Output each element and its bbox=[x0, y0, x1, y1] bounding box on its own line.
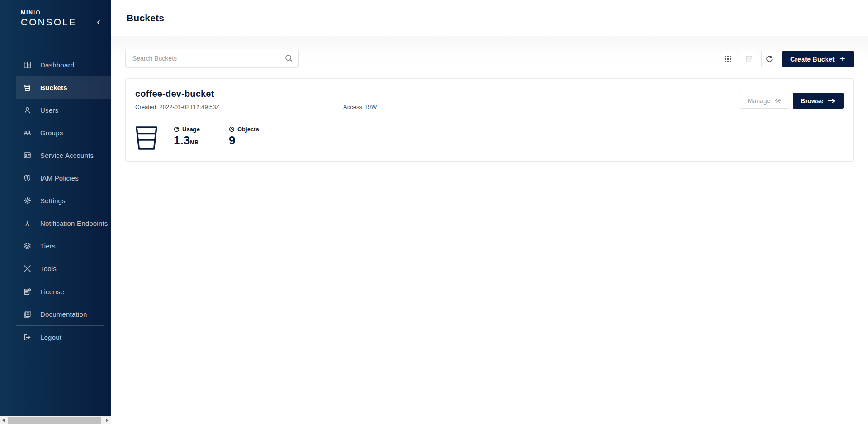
bucket-card: coffee-dev-bucket Created: 2022-01-02T12… bbox=[125, 78, 854, 162]
objects-icon bbox=[229, 126, 235, 132]
objects-label-row: Objects bbox=[229, 126, 268, 133]
objects-label: Objects bbox=[237, 126, 259, 133]
sidebar-item-tools[interactable]: Tools bbox=[16, 257, 111, 280]
settings-icon bbox=[24, 197, 31, 205]
sidebar-item-logout[interactable]: Logout bbox=[16, 326, 111, 348]
sidebar-item-label: IAM Policies bbox=[40, 174, 79, 182]
sidebar-brand-row: MINIO CONSOLE ‹ bbox=[0, 0, 111, 53]
documentation-icon bbox=[24, 310, 31, 318]
sidebar-item-notification-endpoints[interactable]: λNotification Endpoints bbox=[16, 212, 111, 234]
sidebar-item-label: Tools bbox=[40, 265, 57, 272]
sidebar-item-label: Settings bbox=[40, 197, 66, 205]
bucket-stats-row: Usage 1.3MB Objects 9 bbox=[135, 126, 844, 150]
sidebar-item-label: Tiers bbox=[40, 242, 56, 250]
bucket-access: Access: R/W bbox=[343, 104, 377, 110]
list-view-button bbox=[741, 51, 757, 67]
sidebar-item-label: Buckets bbox=[40, 84, 67, 91]
sidebar-item-iam-policies[interactable]: IAM Policies bbox=[16, 167, 111, 189]
scroll-left-arrow[interactable] bbox=[0, 416, 8, 424]
usage-unit: MB bbox=[190, 139, 198, 146]
search-box bbox=[125, 49, 299, 68]
sidebar-item-label: Users bbox=[40, 106, 58, 114]
dashboard-icon bbox=[24, 61, 31, 69]
sidebar-item-label: Dashboard bbox=[40, 61, 74, 69]
toolbar: Create Bucket + bbox=[125, 49, 854, 68]
tools-icon bbox=[24, 265, 31, 272]
sidebar-item-tiers[interactable]: Tiers bbox=[16, 234, 111, 257]
sidebar-item-label: Documentation bbox=[40, 310, 87, 318]
sidebar-item-settings[interactable]: Settings bbox=[16, 189, 111, 212]
sidebar-item-license[interactable]: License bbox=[16, 280, 111, 303]
sidebar-item-label: Groups bbox=[40, 129, 63, 137]
usage-label-row: Usage bbox=[174, 126, 213, 133]
users-icon bbox=[24, 106, 31, 114]
horizontal-scrollbar bbox=[0, 416, 111, 424]
minio-logo-top: MINIO bbox=[21, 10, 77, 15]
main-area: Buckets bbox=[111, 0, 868, 424]
arrow-right-icon bbox=[828, 98, 835, 104]
grid-view-icon bbox=[725, 56, 731, 62]
search-input[interactable] bbox=[125, 49, 299, 68]
objects-value: 9 bbox=[229, 134, 268, 147]
manage-button[interactable]: Manage bbox=[740, 93, 789, 109]
create-bucket-button[interactable]: Create Bucket + bbox=[782, 51, 854, 67]
manage-label: Manage bbox=[748, 97, 771, 105]
bucket-name: coffee-dev-bucket bbox=[135, 89, 844, 99]
search-icon bbox=[284, 54, 293, 63]
groups-icon bbox=[24, 129, 31, 137]
bucket-created: Created: 2022-01-02T12:49:53Z bbox=[135, 104, 343, 110]
sidebar-item-label: Notification Endpoints bbox=[40, 219, 108, 227]
sidebar-item-buckets[interactable]: Buckets bbox=[16, 76, 111, 99]
bucket-list-icon bbox=[745, 55, 753, 63]
page-title: Buckets bbox=[127, 13, 164, 24]
sidebar-menu: DashboardBucketsUsersGroupsService Accou… bbox=[0, 53, 111, 348]
logout-icon bbox=[24, 333, 31, 341]
toolbar-actions: Create Bucket + bbox=[720, 51, 854, 67]
bucket-card-buttons: Manage Browse bbox=[740, 93, 844, 109]
sidebar-item-users[interactable]: Users bbox=[16, 99, 111, 121]
sidebar-item-label: Service Accounts bbox=[40, 152, 94, 159]
objects-metric: Objects 9 bbox=[229, 126, 268, 147]
notification-endpoints-icon: λ bbox=[24, 219, 31, 227]
create-bucket-label: Create Bucket bbox=[790, 56, 835, 63]
license-icon bbox=[24, 288, 31, 295]
browse-label: Browse bbox=[801, 97, 824, 105]
usage-pie-icon bbox=[174, 126, 179, 132]
refresh-icon bbox=[765, 55, 774, 63]
plus-icon: + bbox=[840, 54, 845, 63]
sidebar-item-label: License bbox=[40, 288, 64, 295]
collapse-sidebar-button[interactable]: ‹ bbox=[93, 16, 104, 28]
svg-text:λ: λ bbox=[25, 219, 29, 227]
scroll-thumb[interactable] bbox=[8, 417, 101, 424]
sidebar-item-documentation[interactable]: Documentation bbox=[16, 303, 111, 325]
chevron-left-icon: ‹ bbox=[97, 16, 100, 28]
bucket-meta-row: Created: 2022-01-02T12:49:53Z Access: R/… bbox=[135, 104, 844, 110]
gear-icon bbox=[774, 97, 781, 104]
page-header: Buckets bbox=[111, 0, 868, 36]
sidebar-item-dashboard[interactable]: Dashboard bbox=[16, 53, 111, 76]
browse-button[interactable]: Browse bbox=[793, 93, 844, 109]
sidebar-item-groups[interactable]: Groups bbox=[16, 121, 111, 144]
usage-metric: Usage 1.3MB bbox=[174, 126, 213, 147]
service-accounts-icon bbox=[24, 152, 31, 159]
refresh-button[interactable] bbox=[761, 51, 778, 67]
minio-logo: MINIO CONSOLE bbox=[21, 10, 77, 27]
usage-value: 1.3MB bbox=[174, 134, 213, 147]
buckets-icon bbox=[24, 84, 31, 91]
iam-policies-icon bbox=[24, 174, 31, 182]
grid-view-button[interactable] bbox=[720, 51, 736, 67]
scroll-right-arrow[interactable] bbox=[103, 416, 111, 424]
usage-label: Usage bbox=[182, 126, 200, 133]
content-area: Create Bucket + coffee-dev-bucket Create… bbox=[111, 36, 868, 424]
minio-logo-console: CONSOLE bbox=[21, 17, 77, 27]
card-divider bbox=[135, 119, 840, 119]
tiers-icon bbox=[24, 242, 31, 250]
sidebar: MINIO CONSOLE ‹ DashboardBucketsUsersGro… bbox=[0, 0, 111, 416]
sidebar-item-label: Logout bbox=[40, 333, 61, 341]
sidebar-item-service-accounts[interactable]: Service Accounts bbox=[16, 144, 111, 167]
bucket-icon bbox=[135, 126, 158, 150]
